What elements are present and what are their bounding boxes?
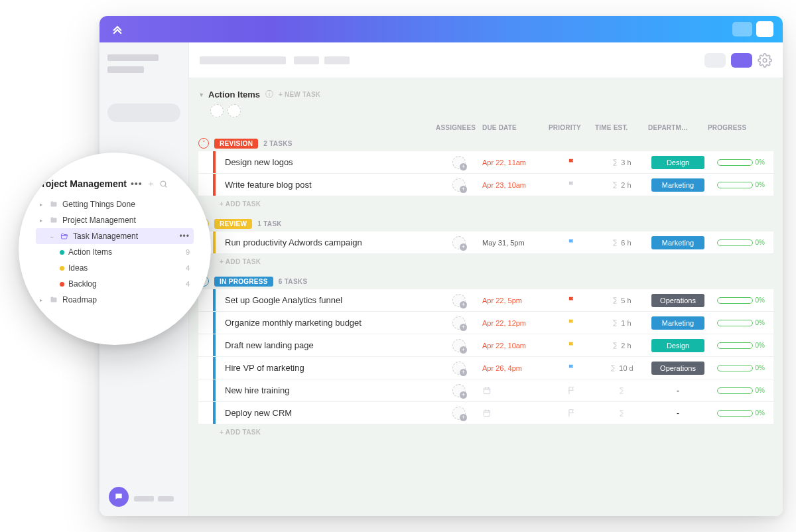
dept-tag[interactable]: Operations — [651, 294, 704, 307]
task-row[interactable]: Design new logos Apr 22, 11am 3 h Design… — [198, 151, 773, 174]
task-time-estimate[interactable]: 5 h — [595, 297, 648, 304]
assignee-add-icon[interactable] — [452, 384, 466, 397]
priority-flag-icon[interactable] — [549, 364, 595, 373]
task-due[interactable]: Apr 22, 5pm — [482, 297, 549, 304]
add-task-button[interactable]: + ADD TASK — [198, 196, 773, 210]
priority-flag-icon[interactable] — [549, 238, 595, 247]
task-row[interactable]: New hire training - 0% — [198, 379, 773, 402]
task-row[interactable]: Set up Google Analytics funnel Apr 22, 5… — [198, 289, 773, 312]
header-action-2[interactable] — [731, 53, 752, 68]
priority-flag-icon[interactable] — [549, 409, 595, 418]
task-time-estimate[interactable]: 2 h — [595, 181, 648, 189]
task-row[interactable]: Hire VP of marketing Apr 26, 4pm 10 d Op… — [198, 357, 773, 379]
task-status-bar — [213, 174, 216, 196]
dept-tag[interactable]: Design — [651, 156, 704, 169]
task-count: 2 TASKS — [263, 140, 293, 147]
section-header: ▾ Action Items ⓘ + NEW TASK — [198, 85, 773, 101]
task-due[interactable] — [482, 386, 549, 395]
topbar-box[interactable] — [756, 21, 773, 37]
task-time-estimate[interactable]: 6 h — [595, 239, 648, 247]
assignee-add-icon[interactable] — [452, 294, 466, 307]
priority-flag-icon[interactable] — [549, 318, 595, 328]
task-due[interactable]: Apr 22, 10am — [482, 342, 549, 350]
dept-tag[interactable]: Operations — [651, 362, 704, 375]
status-pill[interactable]: IN PROGRESS — [214, 277, 273, 287]
status-caret-icon[interactable]: ˅ — [198, 138, 209, 149]
task-time-estimate[interactable]: 10 d — [595, 364, 648, 372]
dept-tag[interactable]: Marketing — [651, 178, 704, 192]
assignee-add-icon[interactable] — [452, 156, 466, 169]
task-row[interactable]: Run productivity Adwords campaign May 31… — [198, 232, 773, 254]
priority-flag-icon[interactable] — [549, 341, 595, 350]
search-icon[interactable] — [159, 180, 168, 188]
task-name[interactable]: Deploy new CRM — [217, 408, 436, 418]
more-icon[interactable]: ••• — [179, 232, 190, 241]
tree-list-selected[interactable]: –Task Management••• — [36, 228, 194, 244]
task-name[interactable]: Set up Google Analytics funnel — [217, 295, 436, 305]
task-due[interactable]: Apr 22, 11am — [482, 159, 549, 166]
main-panel: ▾ Action Items ⓘ + NEW TASK ASSIGNEES DU… — [189, 42, 783, 516]
task-row[interactable]: Draft new landing page Apr 22, 10am 2 h … — [198, 334, 773, 357]
assignee-add-icon[interactable] — [452, 236, 466, 249]
dept-tag[interactable]: Marketing — [651, 236, 704, 249]
task-row[interactable]: Write feature blog post Apr 23, 10am 2 h… — [198, 174, 773, 196]
priority-flag-icon[interactable] — [549, 180, 595, 190]
info-icon[interactable]: ⓘ — [265, 89, 273, 100]
gear-icon[interactable] — [758, 53, 772, 68]
assignee-add-icon[interactable] — [452, 339, 466, 352]
task-due[interactable]: Apr 23, 10am — [482, 181, 549, 189]
section-collapse-icon[interactable]: ▾ — [200, 91, 203, 98]
tree-sublist[interactable]: Action Items9 — [36, 244, 194, 260]
task-name[interactable]: Organize monthly marketing budget — [217, 318, 436, 328]
priority-flag-icon[interactable] — [549, 296, 595, 305]
tree-folder[interactable]: ▸Project Management — [36, 212, 194, 228]
task-due[interactable]: May 31, 5pm — [482, 239, 549, 247]
chat-button[interactable] — [109, 487, 129, 507]
task-due[interactable] — [482, 409, 549, 418]
dept-tag[interactable]: Design — [651, 339, 704, 352]
task-time-estimate[interactable] — [595, 409, 648, 417]
add-task-button[interactable]: + ADD TASK — [198, 425, 773, 438]
sidebar-search[interactable] — [107, 103, 180, 122]
more-icon[interactable]: ••• — [131, 178, 143, 189]
task-name[interactable]: Draft new landing page — [217, 340, 436, 350]
task-name[interactable]: Write feature blog post — [217, 180, 436, 190]
status-pill[interactable]: REVISION — [214, 139, 258, 149]
header-action-1[interactable] — [704, 53, 726, 68]
task-time-estimate[interactable]: 3 h — [595, 159, 648, 166]
column-headers: ASSIGNEES DUE DATE PRIORITY TIME EST. DE… — [198, 121, 773, 135]
assignee-add-icon[interactable] — [452, 362, 466, 375]
tree-sublist[interactable]: Backlog4 — [36, 276, 194, 292]
priority-flag-icon[interactable] — [549, 386, 595, 395]
filter-chip-assignee[interactable] — [228, 104, 241, 117]
add-task-button[interactable]: + ADD TASK — [198, 254, 773, 268]
topbar-pill[interactable] — [732, 22, 752, 36]
tree-sublist[interactable]: Ideas4 — [36, 260, 194, 276]
task-time-estimate[interactable]: 2 h — [595, 342, 648, 350]
tree-folder[interactable]: ▸Getting Things Done — [36, 196, 194, 212]
task-row[interactable]: Organize monthly marketing budget Apr 22… — [198, 312, 773, 334]
assignee-add-icon[interactable] — [452, 178, 466, 192]
task-name[interactable]: New hire training — [217, 385, 436, 395]
task-progress: 0% — [708, 297, 767, 304]
tree-folder[interactable]: ▸Roadmap — [36, 292, 194, 308]
task-due[interactable]: Apr 26, 4pm — [482, 364, 549, 372]
assignee-add-icon[interactable] — [452, 316, 466, 330]
filter-chip-flag[interactable] — [210, 104, 224, 117]
plus-icon[interactable]: ＋ — [147, 178, 155, 190]
dept-tag[interactable]: Marketing — [651, 316, 704, 330]
task-name[interactable]: Design new logos — [217, 157, 436, 167]
task-time-estimate[interactable]: 1 h — [595, 319, 648, 327]
task-name[interactable]: Hire VP of marketing — [217, 363, 436, 373]
assignee-add-icon[interactable] — [452, 407, 466, 420]
status-dot-icon — [60, 266, 64, 271]
task-row[interactable]: Deploy new CRM - 0% — [198, 402, 773, 425]
status-pill[interactable]: REVIEW — [214, 219, 252, 229]
task-name[interactable]: Run productivity Adwords campaign — [217, 237, 436, 247]
task-due[interactable]: Apr 22, 12pm — [482, 319, 549, 327]
new-task-button[interactable]: + NEW TASK — [279, 91, 320, 98]
task-time-estimate[interactable] — [595, 387, 648, 395]
priority-flag-icon[interactable] — [549, 158, 595, 167]
task-progress: 0% — [708, 387, 767, 394]
folder-icon — [49, 296, 58, 304]
